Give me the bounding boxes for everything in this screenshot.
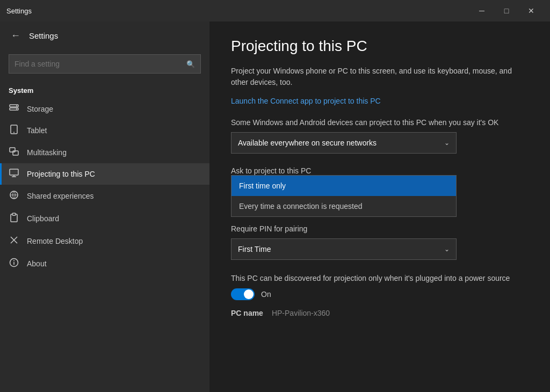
- tablet-icon: [9, 125, 19, 136]
- pin-label: Require PIN for pairing: [231, 224, 529, 233]
- svg-point-19: [13, 260, 15, 262]
- launch-link[interactable]: Launch the Connect app to project to thi…: [231, 97, 529, 105]
- search-container: 🔍: [0, 50, 209, 82]
- about-icon: [9, 258, 19, 270]
- sidebar-item-tablet-label: Tablet: [27, 126, 47, 135]
- back-button[interactable]: ←: [9, 28, 23, 43]
- maximize-button[interactable]: □: [494, 0, 519, 21]
- ask-dropdown-popup: First time only Every time a connection …: [231, 175, 457, 217]
- storage-icon: [9, 104, 19, 114]
- sidebar-item-shared[interactable]: Shared experiences: [0, 185, 209, 207]
- projection-dropdown-arrow: ⌄: [444, 139, 450, 147]
- search-input[interactable]: [15, 60, 186, 68]
- shared-icon: [9, 190, 19, 202]
- projection-dropdown[interactable]: Available everywhere on secure networks …: [231, 132, 457, 154]
- sidebar-item-about-label: About: [27, 259, 47, 268]
- sidebar-header: ← Settings: [0, 21, 209, 50]
- sidebar-item-storage[interactable]: Storage: [0, 99, 209, 119]
- sidebar-item-clipboard[interactable]: Clipboard: [0, 207, 209, 230]
- clipboard-icon: [9, 213, 19, 224]
- page-description: Project your Windows phone or PC to this…: [231, 66, 529, 88]
- sidebar: ← Settings 🔍 System S: [0, 21, 209, 392]
- pin-dropdown-value: First Time: [238, 245, 444, 253]
- multitasking-icon: [9, 147, 19, 158]
- page-title: Projecting to this PC: [231, 38, 529, 55]
- toggle-state-label: On: [261, 290, 271, 299]
- pin-dropdown[interactable]: First Time ⌄: [231, 238, 457, 260]
- discovery-text: This PC can be discovered for projection…: [231, 273, 529, 284]
- sidebar-item-multitasking[interactable]: Multitasking: [0, 142, 209, 163]
- sidebar-item-projecting[interactable]: Projecting to this PC: [0, 163, 209, 185]
- sidebar-nav: Storage Tablet: [0, 99, 209, 392]
- search-box[interactable]: 🔍: [9, 54, 201, 74]
- svg-rect-7: [13, 151, 18, 155]
- close-button[interactable]: ✕: [519, 0, 544, 21]
- minimize-button[interactable]: ─: [469, 0, 494, 21]
- svg-rect-14: [12, 213, 16, 215]
- pin-dropdown-arrow: ⌄: [444, 245, 450, 253]
- sidebar-app-title: Settings: [29, 31, 58, 40]
- svg-rect-8: [10, 169, 18, 175]
- sidebar-item-remote-label: Remote Desktop: [27, 237, 83, 245]
- sidebar-item-storage-label: Storage: [27, 105, 53, 113]
- sidebar-item-tablet[interactable]: Tablet: [0, 119, 209, 142]
- content-area: Projecting to this PC Project your Windo…: [209, 21, 550, 392]
- projecting-icon: [9, 169, 19, 179]
- power-toggle[interactable]: [231, 288, 255, 300]
- svg-point-5: [13, 132, 15, 133]
- svg-rect-6: [10, 148, 15, 152]
- sidebar-item-projecting-label: Projecting to this PC: [27, 170, 95, 178]
- sidebar-item-shared-label: Shared experiences: [27, 192, 94, 200]
- toggle-row: On: [231, 288, 529, 300]
- projection-setting-label: Some Windows and Android devices can pro…: [231, 118, 529, 127]
- sidebar-item-multitasking-label: Multitasking: [27, 148, 67, 157]
- titlebar-title: Settings: [6, 7, 469, 15]
- remote-icon: [9, 235, 19, 247]
- pc-name-row: PC name HP-Pavilion-x360: [231, 309, 529, 317]
- svg-point-3: [16, 108, 17, 110]
- app-container: ← Settings 🔍 System S: [0, 21, 550, 392]
- sidebar-item-remote[interactable]: Remote Desktop: [0, 230, 209, 252]
- pc-name-key: PC name: [231, 309, 263, 317]
- ask-label: Ask to project to this PC: [231, 166, 529, 175]
- titlebar: Settings ─ □ ✕: [0, 0, 550, 21]
- dropdown-option-every-time[interactable]: Every time a connection is requested: [231, 196, 456, 216]
- titlebar-controls: ─ □ ✕: [469, 0, 544, 21]
- search-icon: 🔍: [186, 60, 195, 68]
- pc-name-value: HP-Pavilion-x360: [272, 309, 330, 317]
- projection-dropdown-value: Available everywhere on secure networks: [238, 139, 444, 147]
- sidebar-section-label: System: [0, 82, 209, 99]
- sidebar-item-about[interactable]: About: [0, 252, 209, 275]
- svg-point-2: [16, 105, 17, 106]
- dropdown-option-first-time[interactable]: First time only: [231, 176, 456, 196]
- sidebar-item-clipboard-label: Clipboard: [27, 214, 59, 223]
- toggle-knob: [244, 289, 254, 299]
